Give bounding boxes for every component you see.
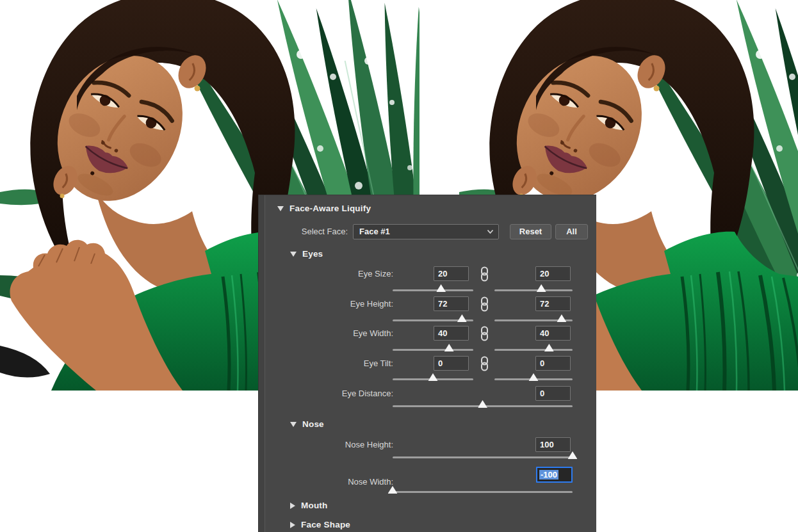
slider-thumb[interactable] bbox=[457, 314, 467, 322]
slider-track[interactable] bbox=[494, 378, 573, 380]
slider-thumb[interactable] bbox=[568, 451, 578, 459]
section-eyes[interactable]: Eyes bbox=[290, 249, 323, 259]
value-field[interactable]: 100 bbox=[535, 437, 571, 452]
slider-thumb[interactable] bbox=[428, 373, 438, 381]
slider-track[interactable] bbox=[393, 319, 473, 321]
disclosure-triangle-icon bbox=[290, 503, 295, 509]
slider-thumb[interactable] bbox=[557, 314, 566, 322]
slider-label: Nose Height: bbox=[272, 437, 393, 452]
disclosure-triangle-icon bbox=[277, 206, 284, 211]
value-field-left[interactable]: 20 bbox=[434, 266, 469, 281]
slider-track[interactable] bbox=[393, 378, 473, 380]
slider-label: Eye Size: bbox=[272, 266, 393, 281]
link-icon[interactable] bbox=[480, 326, 489, 341]
section-face-shape[interactable]: Face Shape bbox=[290, 520, 350, 529]
slider-row-eye-height: Eye Height: 72 72 bbox=[259, 296, 597, 328]
select-face-value: Face #1 bbox=[359, 227, 390, 236]
slider-track[interactable] bbox=[393, 349, 473, 351]
slider-row-nose-height: Nose Height: 100 bbox=[259, 437, 597, 469]
slider-track[interactable] bbox=[393, 405, 573, 407]
slider-track[interactable] bbox=[494, 319, 573, 321]
slider-thumb[interactable] bbox=[478, 400, 487, 408]
link-icon[interactable] bbox=[480, 356, 489, 371]
value-field[interactable]: 0 bbox=[535, 386, 571, 401]
slider-row-eye-width: Eye Width: 40 40 bbox=[259, 326, 597, 358]
select-face-dropdown[interactable]: Face #1 bbox=[353, 224, 499, 239]
slider-label: Eye Width: bbox=[272, 326, 393, 341]
slider-track[interactable] bbox=[393, 456, 573, 458]
slider-label: Eye Tilt: bbox=[272, 356, 393, 371]
reset-button[interactable]: Reset bbox=[510, 224, 551, 239]
screenshot-stage: Face-Aware Liquify Select Face: Face #1 … bbox=[0, 0, 798, 532]
value-field-right[interactable]: 20 bbox=[535, 266, 571, 281]
chevron-down-icon bbox=[487, 229, 494, 234]
value-field-right[interactable]: 40 bbox=[535, 326, 571, 341]
slider-label: Eye Distance: bbox=[272, 386, 393, 401]
value-field-right[interactable]: 72 bbox=[535, 296, 571, 311]
slider-row-nose-width: Nose Width: -100 bbox=[259, 467, 597, 499]
slider-track[interactable] bbox=[494, 289, 573, 291]
panel-title-row[interactable]: Face-Aware Liquify bbox=[277, 204, 371, 213]
slider-thumb[interactable] bbox=[436, 284, 446, 292]
value-field-right[interactable]: 0 bbox=[535, 356, 571, 371]
select-face-label: Select Face: bbox=[278, 224, 348, 239]
section-mouth[interactable]: Mouth bbox=[290, 501, 327, 510]
value-field-left[interactable]: 0 bbox=[434, 356, 469, 371]
slider-thumb[interactable] bbox=[537, 284, 546, 292]
slider-track[interactable] bbox=[393, 289, 473, 291]
value-field-selected[interactable]: -100 bbox=[536, 467, 573, 483]
section-nose[interactable]: Nose bbox=[290, 419, 324, 429]
slider-label: Eye Height: bbox=[272, 296, 393, 311]
slider-thumb[interactable] bbox=[529, 373, 539, 381]
slider-row-eye-size: Eye Size: 20 20 bbox=[259, 266, 597, 298]
section-mouth-label: Mouth bbox=[301, 501, 327, 510]
disclosure-triangle-icon bbox=[290, 422, 297, 427]
section-nose-label: Nose bbox=[302, 419, 324, 429]
panel-title: Face-Aware Liquify bbox=[289, 204, 371, 213]
section-eyes-label: Eyes bbox=[302, 249, 323, 259]
disclosure-triangle-icon bbox=[290, 522, 295, 528]
section-face-shape-label: Face Shape bbox=[301, 520, 350, 529]
slider-row-eye-tilt: Eye Tilt: 0 0 bbox=[259, 356, 597, 388]
slider-thumb[interactable] bbox=[444, 344, 454, 351]
face-aware-liquify-panel: Face-Aware Liquify Select Face: Face #1 … bbox=[258, 195, 596, 532]
selected-value-text: -100 bbox=[539, 470, 558, 480]
value-field-left[interactable]: 72 bbox=[434, 296, 469, 311]
value-field-left[interactable]: 40 bbox=[434, 326, 469, 341]
link-icon[interactable] bbox=[480, 296, 489, 312]
slider-label: Nose Width: bbox=[272, 474, 393, 489]
all-button[interactable]: All bbox=[555, 224, 588, 239]
link-icon[interactable] bbox=[480, 266, 489, 282]
slider-track[interactable] bbox=[494, 349, 573, 351]
slider-track[interactable] bbox=[393, 491, 573, 493]
slider-thumb[interactable] bbox=[544, 344, 554, 351]
disclosure-triangle-icon bbox=[290, 252, 297, 257]
slider-row-eye-distance: Eye Distance: 0 bbox=[259, 386, 597, 418]
